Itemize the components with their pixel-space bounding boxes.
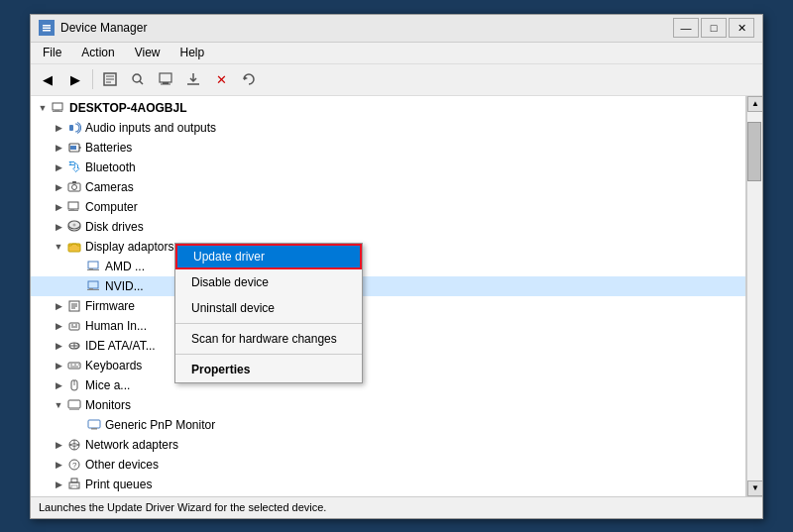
tree-item-batteries[interactable]: ▶ Batteries: [31, 138, 745, 158]
tree-panel[interactable]: ▼ DESKTOP-4AOGBJL ▶ Audio inputs and out…: [31, 96, 746, 496]
tree-item-nvidia[interactable]: ▶ NVID...: [31, 276, 745, 296]
properties-button[interactable]: [97, 67, 123, 91]
tree-item-hid[interactable]: ▶ Human In...: [31, 316, 745, 336]
expand-ide: ▶: [51, 338, 66, 354]
tree-item-disk[interactable]: ▶ Disk drives: [31, 217, 745, 237]
keyboards-label: Keyboards: [85, 359, 142, 372]
pnp-label: Generic PnP Monitor: [105, 418, 215, 432]
svg-point-23: [72, 184, 77, 189]
svg-rect-24: [72, 181, 76, 183]
tree-item-network[interactable]: ▶ Network adapters: [31, 435, 745, 455]
cameras-icon: [66, 179, 82, 195]
ctx-separator: [175, 323, 362, 324]
menu-file[interactable]: File: [35, 44, 69, 61]
menu-view[interactable]: View: [127, 44, 169, 61]
ide-label: IDE ATA/AT...: [85, 339, 156, 353]
tree-item-monitors[interactable]: ▼ Monitors: [31, 395, 745, 415]
ctx-separator-2: [175, 354, 362, 355]
firmware-icon: [66, 298, 82, 314]
expand-hid: ▶: [51, 318, 66, 334]
svg-rect-3: [43, 30, 51, 32]
scroll-up-button[interactable]: ▲: [747, 96, 762, 112]
mice-label: Mice a...: [85, 378, 130, 392]
window-icon: [39, 20, 55, 36]
print-icon: [66, 477, 82, 492]
svg-rect-59: [91, 428, 97, 430]
menu-help[interactable]: Help: [172, 44, 213, 61]
computer-icon: [51, 100, 66, 116]
disk-icon: [66, 219, 82, 235]
scroll-down-button[interactable]: ▼: [747, 480, 762, 496]
scrollbar-thumb[interactable]: [747, 122, 761, 181]
maximize-button[interactable]: □: [701, 18, 727, 38]
window-title: Device Manager: [60, 21, 147, 35]
svg-rect-55: [68, 400, 80, 408]
tree-item-audio[interactable]: ▶ Audio inputs and outputs: [31, 118, 745, 138]
other-icon: ?: [66, 457, 82, 473]
scan-button[interactable]: [125, 67, 151, 91]
tree-item-print[interactable]: ▶ Print queues: [31, 475, 745, 494]
expand-keyboards: ▶: [51, 358, 66, 373]
tree-item-pnp[interactable]: ▶ Generic PnP Monitor: [31, 415, 745, 435]
pnp-icon: [86, 417, 102, 433]
ctx-uninstall-device[interactable]: Uninstall device: [175, 295, 362, 321]
tree-item-cameras[interactable]: ▶ Cameras: [31, 177, 745, 197]
expand-icon-root: ▼: [35, 100, 51, 116]
scrollbar[interactable]: ▲ ▼: [746, 96, 762, 496]
tree-item-firmware[interactable]: ▶ Firmware: [31, 296, 745, 316]
expand-pnp: ▶: [70, 417, 86, 433]
expand-network: ▶: [51, 437, 66, 453]
svg-rect-2: [43, 28, 51, 30]
bluetooth-icon: ⮷: [66, 160, 82, 175]
ctx-update-driver[interactable]: Update driver: [175, 244, 362, 269]
network-label: Network adapters: [85, 438, 178, 452]
other-label: Other devices: [85, 458, 159, 472]
disk-label: Disk drives: [85, 220, 144, 234]
tree-item-computer[interactable]: ▶ Computer: [31, 197, 745, 217]
root-label: DESKTOP-4AOGBJL: [69, 101, 186, 115]
svg-marker-14: [244, 76, 248, 80]
keyboards-icon: [66, 358, 82, 373]
close-button[interactable]: ✕: [729, 18, 754, 38]
back-button[interactable]: ◀: [35, 67, 60, 91]
computer-button[interactable]: [153, 67, 178, 91]
tree-item-processors[interactable]: ▶ Processors: [31, 494, 745, 496]
update-driver-button[interactable]: [180, 67, 206, 91]
scrollbar-track[interactable]: [747, 112, 762, 480]
tree-root[interactable]: ▼ DESKTOP-4AOGBJL: [31, 98, 745, 118]
svg-rect-31: [68, 244, 80, 252]
ctx-properties[interactable]: Properties: [175, 357, 362, 382]
tree-item-keyboards[interactable]: ▶ Keyboards: [31, 356, 745, 375]
svg-rect-66: [71, 485, 77, 488]
computer-label: Computer: [85, 200, 138, 214]
svg-rect-25: [68, 202, 78, 209]
uninstall-button[interactable]: ✕: [208, 67, 234, 91]
minimize-button[interactable]: —: [673, 18, 699, 38]
ctx-scan-hardware[interactable]: Scan for hardware changes: [175, 326, 362, 352]
refresh-button[interactable]: [236, 67, 262, 91]
ide-icon: [66, 338, 82, 354]
monitors-icon: [66, 397, 82, 413]
tree-item-mice[interactable]: ▶ Mice a...: [31, 375, 745, 395]
forward-button[interactable]: ▶: [62, 67, 88, 91]
network-icon: [66, 437, 82, 453]
tree-item-other[interactable]: ▶ ? Other devices: [31, 455, 745, 475]
expand-monitors: ▼: [51, 397, 66, 413]
tree-item-ide[interactable]: ▶ IDE ATA/AT...: [31, 336, 745, 356]
expand-other: ▶: [51, 457, 66, 473]
tree-item-bluetooth[interactable]: ▶ ⮷ Bluetooth: [31, 158, 745, 177]
context-menu: Update driver Disable device Uninstall d…: [174, 243, 363, 383]
firmware-label: Firmware: [85, 299, 135, 313]
tree-item-display[interactable]: ▼ Display adaptors: [31, 237, 745, 257]
amd-label: AMD ...: [105, 260, 145, 273]
expand-cameras: ▶: [51, 179, 66, 195]
status-text: Launches the Update Driver Wizard for th…: [39, 501, 326, 513]
ctx-disable-device[interactable]: Disable device: [175, 269, 362, 295]
batteries-icon: [66, 140, 82, 156]
title-bar-buttons: — □ ✕: [673, 18, 754, 38]
display-label: Display adaptors: [85, 240, 173, 254]
tree-item-amd[interactable]: ▶ AMD ...: [31, 257, 745, 276]
title-bar: Device Manager — □ ✕: [31, 15, 762, 43]
expand-nvidia: ▶: [70, 278, 86, 294]
menu-action[interactable]: Action: [73, 44, 122, 61]
